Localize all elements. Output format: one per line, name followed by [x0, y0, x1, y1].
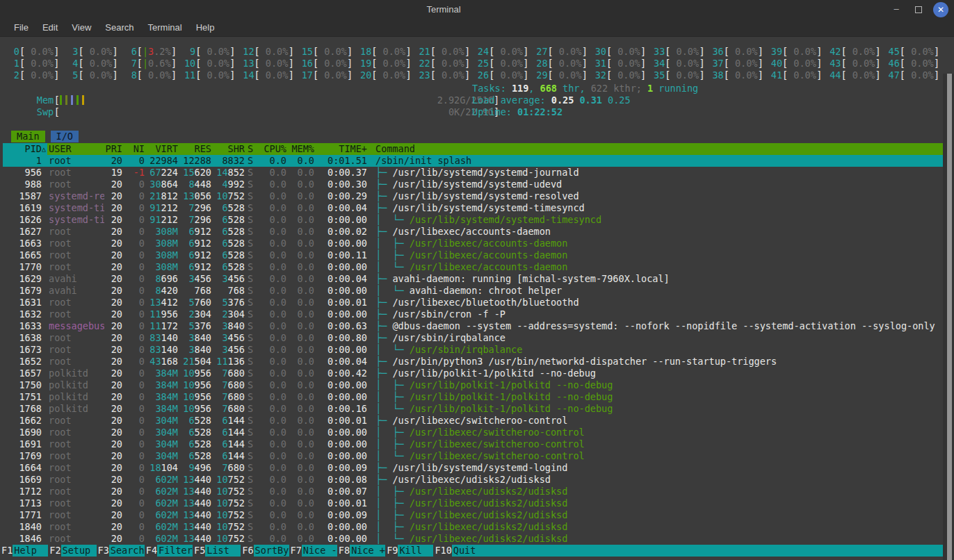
process-row[interactable]: 1626systemd-ti2009121272966528S0.00.00:0… [3, 214, 943, 226]
tab-main[interactable]: Main [11, 131, 45, 142]
cpu-meter-45: 45[ 0.0%] [883, 46, 941, 58]
cpu-meter-24: 24[ 0.0%] [472, 46, 531, 58]
cpu-meter-38: 38[ 0.0%] [707, 69, 766, 81]
process-row[interactable]: 1768polkitd200384M109567680S0.00.00:00.1… [3, 403, 943, 415]
fkey-action-list[interactable]: List [205, 545, 241, 557]
menubar: File Edit View Search Terminal Help [0, 19, 954, 37]
column-shr[interactable]: SHR [211, 143, 245, 155]
fkey-action-kill[interactable]: Kill [398, 545, 433, 557]
terminal-window: Terminal – ✕ File Edit View Search Termi… [0, 0, 954, 560]
cpu-meter-42: 42[ 0.0%] [824, 46, 882, 58]
fkey-f7: F7 [289, 545, 302, 557]
process-row[interactable]: 1690root200304M65286144S0.00.00:00.00│ ├… [3, 427, 943, 438]
process-row[interactable]: 1631root2001341257605376S0.00.00:00.01├─… [3, 297, 943, 308]
cpu-meter-9: 9[ 0.0%] [179, 46, 237, 58]
column-s[interactable]: S [245, 143, 256, 155]
process-row[interactable]: 1633messagebus2001117253763840S0.00.00:0… [3, 320, 943, 332]
menu-view[interactable]: View [65, 19, 98, 37]
process-row[interactable]: 1691root200304M65286144S0.00.00:00.00│ ├… [3, 438, 943, 450]
process-row[interactable]: 1638root2008314038403456S0.00.00:00.80├─… [3, 332, 943, 344]
column-pid[interactable]: PID [3, 143, 42, 155]
cpu-meter-19: 19[ 0.0%] [355, 58, 413, 69]
fkey-f3: F3 [97, 545, 109, 557]
cpu-meter-28: 28[ 0.0%] [531, 58, 590, 69]
cpu-meter-30: 30[ 0.0%] [590, 46, 648, 58]
process-row[interactable]: 1712root200602M1344010752S0.00.00:00.07│… [3, 486, 943, 497]
fkey-action-nice+[interactable]: Nice + [350, 545, 385, 557]
process-row[interactable]: 1663root200308M69126528S0.00.00:00.00│ ├… [3, 238, 943, 249]
cpu-meter-3: 3[ 0.0%] [61, 46, 120, 58]
process-row[interactable]: 1root20022984122888832S0.00.00:01.51/sbi… [3, 155, 943, 167]
scrollbar-thumb[interactable] [947, 74, 952, 560]
cpu-meter-8: 8[ 0.0%] [120, 69, 179, 81]
process-row[interactable]: 1629avahi200869634563456S0.00.00:00.04├─… [3, 273, 943, 285]
column-virt[interactable]: VIRT [145, 143, 178, 155]
menu-edit[interactable]: Edit [35, 19, 65, 37]
process-row[interactable]: 1619systemd-ti2009121272966528S0.00.00:0… [3, 202, 943, 214]
column-time[interactable]: TIME+ [314, 143, 367, 155]
fkey-action-setup[interactable]: Setup [61, 545, 97, 557]
process-row[interactable]: 1846root200602M1344010752S0.00.00:00.00│… [3, 533, 943, 545]
cpu-meter-6: 6[|3.2%] [120, 46, 179, 58]
cpu-meter-27: 27[ 0.0%] [531, 46, 590, 58]
cpu-meter-17: 17[ 0.0%] [296, 69, 355, 81]
cpu-meter-11: 11[ 0.0%] [179, 69, 237, 81]
cpu-meter-40: 40[ 0.0%] [766, 58, 824, 69]
tasks-summary: Tasks: 119, 668 thr, 622 kthr; 1 running [472, 83, 698, 94]
close-button[interactable]: ✕ [933, 2, 948, 17]
process-row[interactable]: 1713root200602M1344010752S0.00.00:00.01│… [3, 497, 943, 509]
sort-arrow-icon: △ [42, 143, 47, 155]
process-row[interactable]: 1627root200308M69126528S0.00.00:00.02├─ … [3, 226, 943, 238]
column-res[interactable]: RES [178, 143, 211, 155]
process-row[interactable]: 1770root200308M69126528S0.00.00:00.00│ └… [3, 261, 943, 273]
cpu-meter-1: 1[ 0.0%] [3, 58, 61, 69]
cpu-meter-25: 25[ 0.0%] [472, 58, 531, 69]
column-user[interactable]: USER [47, 143, 104, 155]
menu-terminal[interactable]: Terminal [141, 19, 189, 37]
menu-help[interactable]: Help [189, 19, 222, 37]
process-row[interactable]: 1769root200304M65286144S0.00.00:00.00│ └… [3, 450, 943, 462]
cpu-meter-32: 32[ 0.0%] [590, 69, 648, 81]
cpu-meter-39: 39[ 0.0%] [766, 46, 824, 58]
fkey-action-quit[interactable]: Quit [452, 545, 487, 557]
process-row[interactable]: 1840root200602M1344010752S0.00.00:00.00│… [3, 521, 943, 533]
fkey-action-nice-[interactable]: Nice - [302, 545, 337, 557]
cpu-meter-21: 21[ 0.0%] [414, 46, 472, 58]
maximize-button[interactable] [911, 2, 926, 17]
process-row[interactable]: 1751polkitd200384M109567680S0.00.00:00.0… [3, 391, 943, 403]
column-cpu[interactable]: CPU% [256, 143, 286, 155]
cpu-meter-13: 13[ 0.0%] [238, 58, 296, 69]
process-row[interactable]: 1664root2001810494967680S0.00.00:00.09├─… [3, 462, 943, 474]
cpu-meter-41: 41[ 0.0%] [766, 69, 824, 81]
column-pri[interactable]: PRI [104, 143, 122, 155]
fkey-f1: F1 [0, 545, 13, 557]
minimize-button[interactable]: – [889, 2, 904, 17]
menu-search[interactable]: Search [98, 19, 140, 37]
fkey-f5: F5 [193, 545, 205, 557]
menu-file[interactable]: File [7, 19, 35, 37]
column-mem[interactable]: MEM% [286, 143, 314, 155]
column-command[interactable]: Command [367, 143, 943, 155]
process-row[interactable]: 1587systemd-re200218121305610752S0.00.00… [3, 190, 943, 202]
process-row[interactable]: 1652root200431682150411136S0.00.00:00.04… [3, 356, 943, 368]
process-row[interactable]: 1665root200308M69126528S0.00.00:00.11│ ├… [3, 249, 943, 261]
process-row[interactable]: 1750polkitd200384M109567680S0.00.00:00.0… [3, 379, 943, 391]
fkey-action-search[interactable]: Search [109, 545, 145, 557]
fkey-action-sortby[interactable]: SortBy [254, 545, 289, 557]
fkey-action-help[interactable]: Help [13, 545, 48, 557]
titlebar: Terminal – ✕ [0, 0, 954, 19]
process-row[interactable]: 1662root200304M65286144S0.00.00:00.01├─ … [3, 415, 943, 427]
process-row[interactable]: 1669root200602M1344010752S0.00.00:00.08├… [3, 474, 943, 486]
cpu-meter-36: 36[ 0.0%] [707, 46, 766, 58]
process-row[interactable]: 1657polkitd200384M109567680S0.00.00:00.4… [3, 368, 943, 379]
process-row[interactable]: 1632root2001195623042304S0.00.00:00.00├─… [3, 308, 943, 320]
process-row[interactable]: 1673root2008314038403456S0.00.00:00.00│ … [3, 344, 943, 356]
cpu-meter-4: 4[ 0.0%] [61, 58, 120, 69]
process-row[interactable]: 1771root200602M1344010752S0.00.00:00.09│… [3, 509, 943, 521]
column-ni[interactable]: NI [122, 143, 145, 155]
process-row[interactable]: 988root2003086484484992S0.00.00:00.30├─ … [3, 179, 943, 190]
fkey-action-filter[interactable]: Filter [157, 545, 193, 557]
tab-io[interactable]: I/O [51, 131, 79, 142]
process-row[interactable]: 1679avahi2008420768768S0.00.00:00.00│ └─… [3, 285, 943, 297]
process-row[interactable]: 956root19-1672241562014852S0.00.00:00.37… [3, 167, 943, 179]
